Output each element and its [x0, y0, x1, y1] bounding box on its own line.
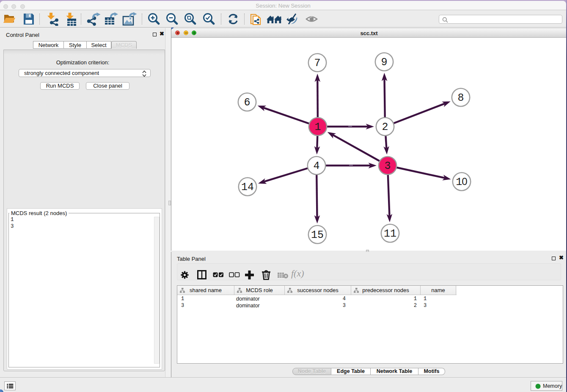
svg-text:14: 14 — [241, 181, 254, 193]
svg-text:11: 11 — [384, 228, 396, 240]
svg-text:1: 1 — [314, 121, 321, 133]
svg-text:15: 15 — [311, 229, 324, 241]
svg-text:3: 3 — [384, 160, 391, 172]
svg-text:10: 10 — [456, 176, 467, 188]
svg-text:6: 6 — [244, 97, 250, 109]
svg-text:8: 8 — [457, 92, 464, 104]
svg-text:4: 4 — [313, 160, 319, 172]
svg-text:9: 9 — [381, 56, 387, 69]
svg-text:7: 7 — [314, 57, 320, 69]
svg-text:2: 2 — [382, 121, 388, 133]
